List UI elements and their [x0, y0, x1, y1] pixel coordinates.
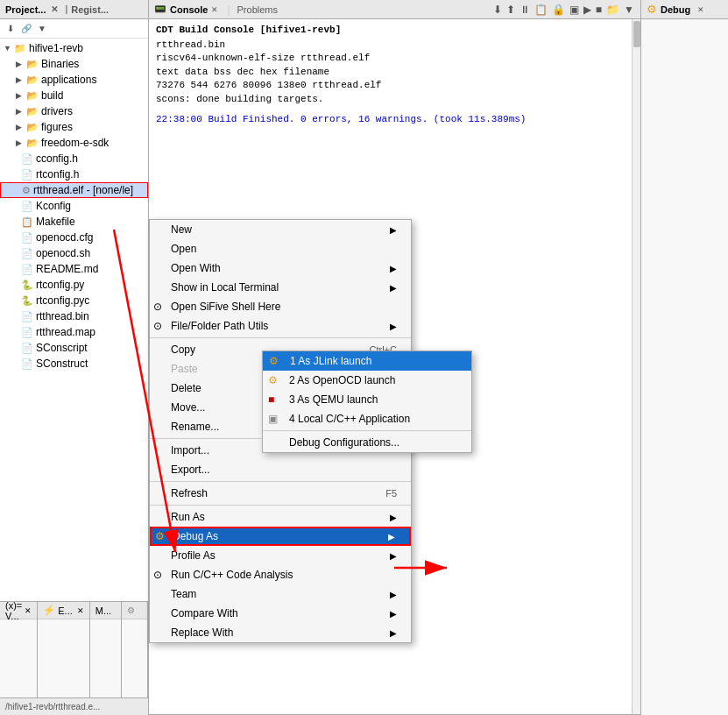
tree-rtconfig-pyc[interactable]: 🐍 rtconfig.pyc	[0, 293, 148, 308]
console-btn9[interactable]: 📁	[605, 4, 620, 16]
console-btn3[interactable]: ⏸	[519, 4, 531, 16]
debug-as-icon: ⚙	[155, 530, 165, 542]
console-line-4: 73276 544 6276 80096 138e0 rtthread.elf	[156, 79, 626, 92]
capp-icon: ▣	[268, 413, 278, 425]
toolbar-icon1[interactable]: ⚙	[127, 605, 135, 615]
openocd-icon: ⚙	[268, 374, 278, 386]
tree-root[interactable]: ▼ 📁 hifive1-revb	[0, 40, 148, 56]
sifive-icon: ⊙	[153, 301, 162, 313]
menu-open-sifive-shell[interactable]: ⊙ Open SiFive Shell Here	[150, 297, 411, 316]
console-line-5: scons: done building targets.	[156, 93, 626, 106]
tree-readme[interactable]: 📄 README.md	[0, 261, 148, 277]
debug-icon: ⚙	[647, 3, 657, 16]
project-tab-close[interactable]: ✕	[51, 4, 58, 14]
expr-pane-label: E...	[58, 605, 73, 616]
menu-open[interactable]: Open	[150, 239, 411, 258]
console-tab[interactable]: Console	[170, 4, 208, 15]
link-editor-btn[interactable]: 🔗	[19, 22, 33, 36]
expr-pane-close[interactable]: ✕	[77, 606, 84, 615]
submenu-jlink[interactable]: ⚙ 1 As JLink launch	[263, 351, 471, 371]
project-tree: ▼ 📁 hifive1-revb ▶ 📂 Binaries ▶ 📂 applic…	[0, 39, 148, 601]
debug-label: Debug	[661, 4, 690, 15]
tree-sconstruct[interactable]: 📄 SConstruct	[0, 356, 148, 372]
menu-debug-as[interactable]: ⚙ Debug As ▶	[150, 527, 411, 546]
menu-compare-with[interactable]: Compare With ▶	[150, 604, 411, 623]
console-btn6[interactable]: ▣	[569, 4, 580, 16]
tree-applications[interactable]: ▶ 📂 applications	[0, 72, 148, 88]
tree-figures[interactable]: ▶ 📂 figures	[0, 119, 148, 135]
console-line-2: riscv64-unknown-elf-size rtthread.elf	[156, 52, 626, 65]
console-btn4[interactable]: 📋	[534, 4, 548, 16]
tree-rtthread-map[interactable]: 📄 rtthread.map	[0, 324, 148, 340]
console-btn1[interactable]: ⬇	[492, 4, 503, 16]
tree-kconfig[interactable]: 📄 Kconfig	[0, 198, 148, 214]
problems-tab[interactable]: Problems	[237, 4, 278, 15]
menu-show-local-terminal[interactable]: Show in Local Terminal ▶	[150, 278, 411, 297]
menu-new[interactable]: New ▶	[150, 220, 411, 239]
tree-openocd-sh[interactable]: 📄 openocd.sh	[0, 245, 148, 261]
console-line-3: text data bss dec hex filename	[156, 66, 626, 79]
analysis-icon: ⊙	[153, 569, 162, 581]
collapse-all-btn[interactable]: ⬇	[4, 22, 18, 36]
console-title: CDT Build Console [hifive1-revb]	[156, 25, 626, 35]
menu-run-cpp-analysis[interactable]: ⊙ Run C/C++ Code Analysis	[150, 565, 411, 584]
menu-run-as[interactable]: Run As ▶	[150, 507, 411, 527]
path-icon: ⊙	[153, 320, 162, 332]
console-btn8[interactable]: ■	[595, 4, 603, 16]
tree-freedom-e-sdk[interactable]: ▶ 📂 freedom-e-sdk	[0, 135, 148, 151]
register-tab[interactable]: Regist...	[71, 4, 109, 15]
qemu-icon: ■	[268, 393, 274, 406]
tree-build[interactable]: ▶ 📂 build	[0, 88, 148, 103]
console-line-1: rtthread.bin	[156, 39, 626, 52]
menu-profile-as[interactable]: Profile As ▶	[150, 546, 411, 565]
submenu-local-cpp[interactable]: ▣ 4 Local C/C++ Application	[263, 409, 471, 428]
tree-makefile[interactable]: 📋 Makefile	[0, 214, 148, 230]
tree-rtconfig-py[interactable]: 🐍 rtconfig.py	[0, 277, 148, 293]
var-pane-label: (x)= V...	[5, 600, 22, 621]
menu-export[interactable]: Export...	[150, 460, 411, 479]
console-dropdown[interactable]: ▼	[623, 4, 635, 16]
submenu-separator	[263, 430, 471, 431]
console-status: 22:38:00 Build Finished. 0 errors, 16 wa…	[156, 113, 626, 126]
debug-as-submenu: ⚙ 1 As JLink launch ⚙ 2 As OpenOCD launc…	[262, 350, 472, 453]
tree-openocd-cfg[interactable]: 📄 openocd.cfg	[0, 230, 148, 245]
console-btn7[interactable]: ▶	[583, 4, 592, 16]
menu-refresh[interactable]: Refresh F5	[150, 484, 411, 503]
view-menu-btn[interactable]: ▼	[35, 22, 49, 36]
expr-pane-icon: ⚡	[43, 605, 55, 616]
mem-pane-label: M...	[95, 605, 111, 616]
tree-rtthread-elf[interactable]: ⚙ rtthread.elf - [none/le]	[0, 182, 148, 198]
tree-sconscript[interactable]: 📄 SConscript	[0, 340, 148, 356]
menu-open-with[interactable]: Open With ▶	[150, 258, 411, 278]
separator-4	[150, 505, 411, 506]
separator-3	[150, 481, 411, 482]
submenu-qemu[interactable]: ■ 3 As QEMU launch	[263, 390, 471, 409]
menu-file-folder-path[interactable]: ⊙ File/Folder Path Utils ▶	[150, 316, 411, 336]
console-scrollbar[interactable]	[632, 19, 640, 714]
console-tab-close[interactable]: ✕	[211, 5, 218, 14]
tree-cconfig[interactable]: 📄 cconfig.h	[0, 151, 148, 166]
tree-rtconfig-h[interactable]: 📄 rtconfig.h	[0, 166, 148, 182]
tree-binaries[interactable]: ▶ 📂 Binaries	[0, 56, 148, 72]
status-path: /hifive1-revb/rtthread.e...	[5, 702, 100, 711]
tree-rtthread-bin[interactable]: 📄 rtthread.bin	[0, 308, 148, 324]
submenu-debug-configurations[interactable]: Debug Configurations...	[263, 433, 471, 452]
tree-drivers[interactable]: ▶ 📂 drivers	[0, 103, 148, 119]
menu-replace-with[interactable]: Replace With ▶	[150, 623, 411, 642]
submenu-openocd[interactable]: ⚙ 2 As OpenOCD launch	[263, 371, 471, 390]
menu-team[interactable]: Team ▶	[150, 584, 411, 604]
jlink-icon: ⚙	[269, 355, 279, 367]
var-pane-close[interactable]: ✕	[25, 606, 32, 615]
debug-tab-close[interactable]: ✕	[697, 5, 704, 14]
console-btn5[interactable]: 🔒	[551, 4, 566, 16]
project-tab[interactable]: Project...	[5, 4, 46, 15]
separator-1	[150, 337, 411, 338]
console-btn2[interactable]: ⬆	[505, 4, 516, 16]
